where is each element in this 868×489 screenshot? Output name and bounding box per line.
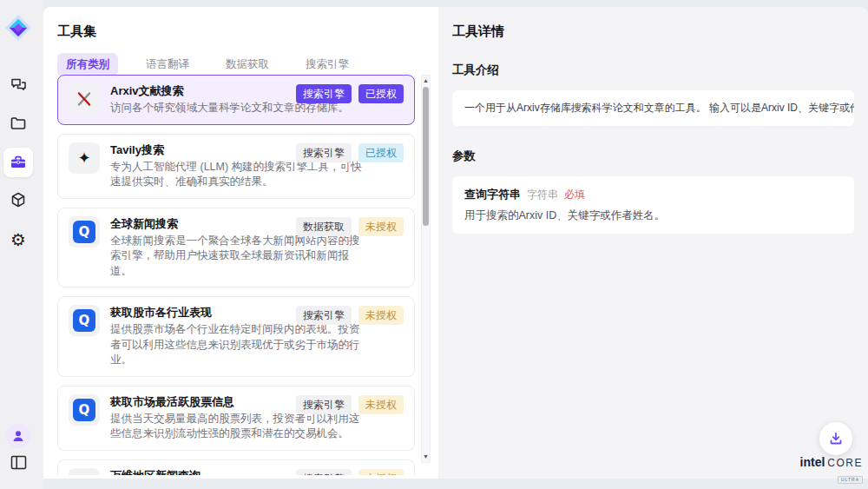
- category-tabs: 所有类别 语言翻译 数据获取 搜索引擎: [57, 53, 358, 76]
- intro-heading: 工具介绍: [452, 63, 854, 78]
- tool-card-active-stocks[interactable]: Q 获取市场最活跃股票信息 提供当天交易量最高的股票列表，投资者可以利用这些信息…: [57, 386, 415, 451]
- settings-gear-icon[interactable]: ⚙: [0, 229, 36, 250]
- tool-card-global-news[interactable]: Q 全球新闻搜索 全球新闻搜索是一个聚合全球各大新闻网站内容的搜索引擎，帮助用户…: [57, 208, 415, 288]
- ultra-badge: ULTRA: [838, 476, 863, 484]
- status-badge: 已授权: [358, 143, 404, 162]
- sparkle-icon: ✦: [69, 142, 100, 174]
- juhe-data-icon: Q: [69, 394, 100, 426]
- category-badge: 数据获取: [296, 217, 352, 236]
- category-badge: 搜索引擎: [296, 306, 352, 325]
- tool-list: Arxiv文献搜索 访问各个研究领域大量科学论文和文章的存储库。 搜索引擎 已授…: [57, 75, 415, 475]
- tool-description: 专为人工智能代理 (LLM) 构建的搜索引擎工具，可快速提供实时、准确和真实的结…: [110, 160, 365, 190]
- download-button[interactable]: [819, 422, 852, 455]
- status-badge: 未授权: [358, 469, 404, 476]
- tool-detail-panel: 工具详情 工具介绍 一个用于从Arxiv存储库搜索科学论文和文章的工具。 输入可…: [438, 7, 868, 479]
- sidebar: ⚙: [0, 0, 43, 489]
- tool-card-arxiv[interactable]: Arxiv文献搜索 访问各个研究领域大量科学论文和文章的存储库。 搜索引擎 已授…: [57, 75, 415, 125]
- sidebar-item-tools-active[interactable]: [0, 148, 36, 177]
- status-badge: 已授权: [358, 84, 404, 103]
- category-badge: 搜索引擎: [296, 143, 352, 162]
- param-type: 字符串: [527, 188, 558, 202]
- intel-wordmark: intel: [800, 455, 825, 469]
- cube-icon[interactable]: [0, 190, 36, 209]
- tab-search-engine[interactable]: 搜索引擎: [297, 53, 358, 76]
- scroll-down-icon[interactable]: ▼: [422, 452, 430, 462]
- category-badge: 搜索引擎: [296, 469, 352, 476]
- layout-panel-icon[interactable]: [0, 453, 36, 472]
- scroll-up-icon[interactable]: ▲: [422, 76, 430, 86]
- status-badge: 未授权: [358, 306, 404, 325]
- params-heading: 参数: [452, 149, 854, 164]
- scrollbar[interactable]: ▲ ▼: [421, 75, 431, 463]
- tool-card-regional-news[interactable]: 万维地区新闻查询 查询具体行政区划内的新闻，快速了解各地新闻动 搜索引擎 未授权: [57, 459, 415, 476]
- param-card: 查询字符串 字符串 必填 用于搜索的Arxiv ID、关键字或作者姓名。: [452, 176, 854, 234]
- tool-description: 全球新闻搜索是一个聚合全球各大新闻网站内容的搜索引擎，帮助用户快速获取全球最新资…: [110, 234, 365, 280]
- category-badge: 搜索引擎: [296, 395, 352, 414]
- status-badge: 未授权: [358, 395, 404, 414]
- param-name: 查询字符串: [464, 187, 521, 202]
- arxiv-icon: [69, 83, 100, 115]
- toolbox-icon: [3, 148, 33, 177]
- tab-all-categories[interactable]: 所有类别: [57, 53, 118, 76]
- chat-icon[interactable]: [0, 75, 36, 94]
- juhe-data-icon: Q: [69, 216, 100, 248]
- tab-language-translation[interactable]: 语言翻译: [137, 53, 198, 76]
- tool-description: 提供股票市场各个行业在特定时间段内的表现。投资者可以利用这些信息来识别表现优于或…: [110, 322, 365, 368]
- user-avatar-icon[interactable]: [0, 424, 36, 448]
- tools-panel: 工具集 所有类别 语言翻译 数据获取 搜索引擎 Arxiv文献搜索 访问各个研究…: [43, 7, 438, 479]
- tool-card-stock-sectors[interactable]: Q 获取股市各行业表现 提供股票市场各个行业在特定时间段内的表现。投资者可以利用…: [57, 296, 415, 377]
- app-window: ⚙ 工具集 所有类别 语言翻译 数据获取 搜索引擎: [0, 0, 868, 489]
- tab-data-acquisition[interactable]: 数据获取: [217, 53, 278, 76]
- intel-core-ultra-logo: intel CORE ULTRA: [799, 455, 863, 485]
- detail-title: 工具详情: [452, 23, 854, 40]
- intro-card: 一个用于从Arxiv存储库搜索科学论文和文章的工具。 输入可以是Arxiv ID…: [452, 90, 854, 126]
- status-badge: 未授权: [358, 217, 404, 236]
- folder-icon[interactable]: [0, 114, 36, 133]
- category-badge: 搜索引擎: [296, 84, 352, 103]
- scrollbar-thumb[interactable]: [423, 87, 429, 226]
- juhe-data-icon: Q: [69, 305, 100, 336]
- core-wordmark: CORE: [827, 457, 863, 469]
- tool-card-tavily[interactable]: ✦ Tavily搜索 专为人工智能代理 (LLM) 构建的搜索引擎工具，可快速提…: [57, 134, 415, 199]
- avatar: [6, 424, 30, 448]
- tool-description: 提供当天交易量最高的股票列表，投资者可以利用这些信息来识别流动性强的股票和潜在的…: [110, 412, 365, 442]
- param-description: 用于搜索的Arxiv ID、关键字或作者姓名。: [464, 208, 842, 223]
- param-required-flag: 必填: [564, 188, 585, 202]
- page-title: 工具集: [57, 23, 96, 40]
- app-logo-icon: [0, 12, 36, 43]
- newspaper-icon: [69, 468, 100, 476]
- download-icon: [828, 431, 844, 446]
